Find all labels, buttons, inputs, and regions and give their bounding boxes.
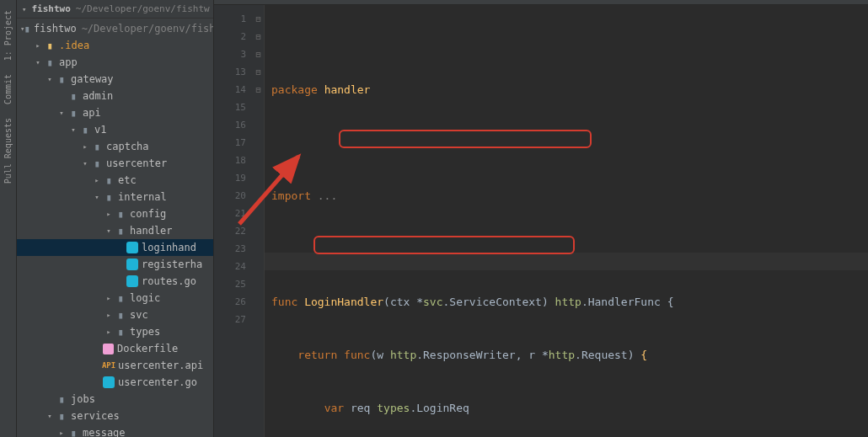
tool-project[interactable]: 1: Project xyxy=(3,10,13,61)
project-sidebar: ▾ fishtwo ~/Developer/goenv/fishtw ▾fish… xyxy=(17,0,214,437)
editor-pane: 123131415161718192021222324252627 ⊟⊟⊟⊟⊟ … xyxy=(214,0,868,437)
tree-v1[interactable]: ▾v1 xyxy=(17,121,213,138)
tree-config[interactable]: ▸config xyxy=(17,205,213,222)
tree-captcha[interactable]: ▸captcha xyxy=(17,138,213,155)
tree-loginhand[interactable]: loginhand xyxy=(17,239,213,256)
tree-gateway[interactable]: ▾gateway xyxy=(17,71,213,88)
tree-etc[interactable]: ▸etc xyxy=(17,172,213,189)
fold-strip[interactable]: ⊟⊟⊟⊟⊟ xyxy=(253,5,265,437)
tree-usercenter.api[interactable]: usercenter.api xyxy=(17,357,213,374)
tree-Dockerfile[interactable]: Dockerfile xyxy=(17,340,213,357)
tree-api[interactable]: ▾api xyxy=(17,104,213,121)
tree-app[interactable]: ▾app xyxy=(17,54,213,71)
tree-registerha[interactable]: registerha xyxy=(17,256,213,273)
tree-fishtwo[interactable]: ▾fishtwo~/Developer/goenv/fishtw xyxy=(17,20,213,37)
tree-usercenter.go[interactable]: usercenter.go xyxy=(17,374,213,391)
breadcrumb-project[interactable]: fishtwo xyxy=(31,3,70,14)
code-area[interactable]: package handler import ... func LoginHan… xyxy=(265,5,868,437)
tool-commit[interactable]: Commit xyxy=(3,74,13,104)
breadcrumb-path: ~/Developer/goenv/fishtw xyxy=(76,3,210,14)
chevron-down-icon[interactable]: ▾ xyxy=(22,5,26,13)
tree-usercenter[interactable]: ▾usercenter xyxy=(17,155,213,172)
tree-message[interactable]: ▸message xyxy=(17,424,213,437)
tree-routes.go[interactable]: routes.go xyxy=(17,273,213,290)
tree-types[interactable]: ▸types xyxy=(17,323,213,340)
tree-svc[interactable]: ▸svc xyxy=(17,306,213,323)
tree-internal[interactable]: ▾internal xyxy=(17,189,213,205)
tree-admin[interactable]: admin xyxy=(17,88,213,104)
tree-.idea[interactable]: ▸.idea xyxy=(17,37,213,54)
tool-pr[interactable]: Pull Requests xyxy=(3,118,13,184)
left-tool-rail: 1: Project Commit Pull Requests xyxy=(0,0,17,437)
line-number-gutter: 123131415161718192021222324252627 xyxy=(214,5,253,437)
tree-jobs[interactable]: jobs xyxy=(17,391,213,408)
tree-logic[interactable]: ▸logic xyxy=(17,290,213,306)
breadcrumb: ▾ fishtwo ~/Developer/goenv/fishtw xyxy=(17,0,213,19)
tree-handler[interactable]: ▾handler xyxy=(17,222,213,239)
project-tree[interactable]: ▾fishtwo~/Developer/goenv/fishtw▸.idea▾a… xyxy=(17,19,213,437)
tree-services[interactable]: ▾services xyxy=(17,408,213,424)
